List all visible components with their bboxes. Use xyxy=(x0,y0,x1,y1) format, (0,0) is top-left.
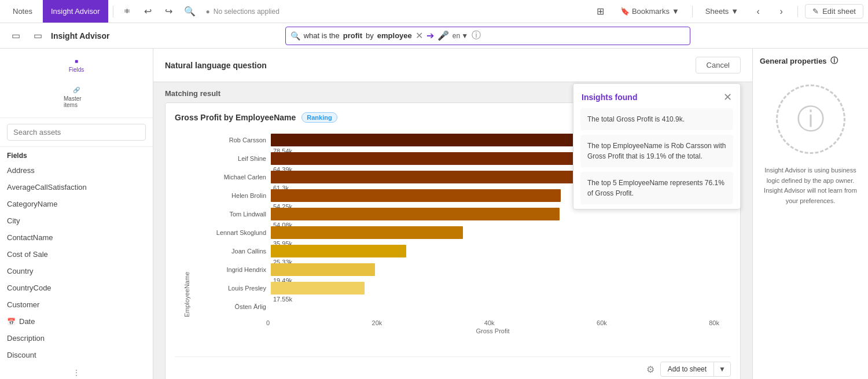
search-employee-text: employee xyxy=(377,31,412,40)
selection-icon[interactable]: ⧧ xyxy=(118,2,137,21)
search-by-text: by xyxy=(366,31,374,40)
sidebar-item-fields[interactable]: ■ Fields xyxy=(61,53,91,78)
sidebar-field-item[interactable]: Description xyxy=(0,330,153,347)
bar-label: Rob Carsson xyxy=(196,137,271,143)
nlq-header: Natural language question Cancel xyxy=(153,49,752,82)
master-items-label: Master items xyxy=(64,95,89,108)
chart-bar-row: Lennart Skoglund 35.95k xyxy=(196,225,719,241)
bar-label: Leif Shine xyxy=(196,155,271,162)
right-panel-description: Insight Advisor is using business logic … xyxy=(760,165,861,206)
insights-close-button[interactable]: ✕ xyxy=(723,91,732,104)
fields-icon: ■ xyxy=(75,58,78,64)
sidebar-field-item[interactable]: Cost of Sale xyxy=(0,246,153,263)
edit-sheet-button[interactable]: ✎ Edit sheet xyxy=(805,4,863,19)
smart-search-icon[interactable]: 🔍 xyxy=(181,2,199,21)
notes-tab[interactable]: Notes xyxy=(5,0,41,23)
help-icon[interactable]: ⓘ xyxy=(830,56,838,66)
prev-sheet-icon[interactable]: ‹ xyxy=(749,2,767,21)
sheets-btn[interactable]: Sheets ▼ xyxy=(700,5,744,18)
sidebar-search xyxy=(0,118,153,147)
fields-section-title: Fields xyxy=(0,147,153,162)
search-icon: 🔍 xyxy=(290,31,300,41)
x-tick: 40k xyxy=(484,319,495,326)
cancel-button[interactable]: Cancel xyxy=(696,57,741,73)
search-bar: 🔍 what is the profit by employee ✕ ➔ 🎤 e… xyxy=(285,27,690,45)
sidebar-field-item[interactable]: Address xyxy=(0,162,153,179)
search-assets-input[interactable] xyxy=(7,124,146,141)
bar-label: Helen Brolin xyxy=(196,192,271,199)
ranking-badge: Ranking xyxy=(301,112,337,123)
panel-toggle-right[interactable]: ▭ xyxy=(29,27,46,45)
x-tick: 80k xyxy=(709,319,719,326)
x-tick: 0 xyxy=(266,319,270,326)
chevron-down-icon-2: ▼ xyxy=(731,7,738,16)
bar-fill xyxy=(271,226,463,239)
language-selector[interactable]: en ▼ xyxy=(453,32,468,40)
sidebar-field-item[interactable]: Country xyxy=(0,263,153,279)
bookmarks-btn[interactable]: 🔖 Bookmarks ▼ xyxy=(615,5,685,18)
sidebar-field-item[interactable]: City xyxy=(0,212,153,229)
sidebar-item-master-items[interactable]: 🔗 Master items xyxy=(61,82,91,113)
sidebar-field-item[interactable]: 📅Date xyxy=(0,313,153,330)
field-label: AverageCallSatisfaction xyxy=(7,183,87,192)
pencil-icon: ✎ xyxy=(812,7,819,16)
master-items-icon: 🔗 xyxy=(73,87,80,93)
bar-fill xyxy=(271,208,560,220)
add-to-sheet-dropdown-button[interactable]: ▼ xyxy=(713,362,730,376)
bookmark-icon: 🔖 xyxy=(620,7,630,16)
sidebar-field-item[interactable]: ContactName xyxy=(0,229,153,246)
sidebar-field-item[interactable]: AverageCallSatisfaction xyxy=(0,179,153,196)
insight-item-3: The top 5 EmployeeName represents 76.1% … xyxy=(580,172,733,204)
next-sheet-icon[interactable]: › xyxy=(772,2,790,21)
microphone-icon[interactable]: 🎤 xyxy=(437,30,449,41)
scroll-indicator: ⋮ xyxy=(0,366,153,379)
field-label: Customer xyxy=(7,300,39,309)
bar-container xyxy=(271,300,719,313)
field-label: Cost of Sale xyxy=(7,250,48,259)
sidebar: ■ Fields 🔗 Master items Fields AddressAv… xyxy=(0,49,153,379)
redo-icon[interactable]: ↪ xyxy=(160,2,178,21)
sidebar-field-item[interactable]: CountryCode xyxy=(0,279,153,296)
sidebar-field-item[interactable]: Customer xyxy=(0,296,153,313)
search-clear-button[interactable]: ✕ xyxy=(415,30,423,41)
insight-advisor-tab[interactable]: Insight Advisor xyxy=(43,0,108,23)
bar-fill xyxy=(271,152,615,165)
bar-fill xyxy=(271,245,406,257)
bar-label: Ingrid Hendrix xyxy=(196,266,271,273)
field-label: CategoryName xyxy=(7,200,57,208)
right-panel: General properties ⓘ ⓘ Insight Advisor i… xyxy=(752,49,868,379)
insight-item-2: The top EmployeeName is Rob Carsson with… xyxy=(580,135,733,167)
panel-toggle-left[interactable]: ▭ xyxy=(7,27,24,45)
topbar: Notes Insight Advisor ⧧ ↩ ↪ 🔍 ● No selec… xyxy=(0,0,868,23)
bar-label: Tom Lindwall xyxy=(196,211,271,218)
chart-bar-row: Louis Presley 17.55k xyxy=(196,280,719,296)
search-query-text: what is the xyxy=(304,31,340,40)
add-to-sheet-main-button[interactable]: Add to sheet xyxy=(661,362,713,376)
undo-icon[interactable]: ↩ xyxy=(139,2,157,21)
chart-footer: ⚙ Add to sheet ▼ xyxy=(175,356,731,377)
insight-item-1: The total Gross Profit is 410.9k. xyxy=(580,108,733,130)
bar-container: 17.55k xyxy=(271,282,719,295)
field-label: ContactName xyxy=(7,233,53,242)
x-tick: 20k xyxy=(372,319,382,326)
topbar-right: ⊞ 🔖 Bookmarks ▼ Sheets ▼ ‹ › ✎ Edit shee… xyxy=(591,2,863,21)
configure-icon[interactable]: ⚙ xyxy=(646,364,654,375)
grid-icon[interactable]: ⊞ xyxy=(591,2,610,21)
search-submit-button[interactable]: ➔ xyxy=(426,30,434,41)
sidebar-field-item[interactable]: Discount xyxy=(0,347,153,363)
sidebar-field-item[interactable]: CategoryName xyxy=(0,196,153,212)
insights-panel: Insights found ✕ The total Gross Profit … xyxy=(573,83,741,209)
field-label: Description xyxy=(7,334,45,343)
bar-fill xyxy=(271,171,598,183)
chart-title: Gross Profit by EmployeeName xyxy=(175,113,296,122)
info-icon[interactable]: ⓘ xyxy=(472,30,481,42)
insights-header: Insights found ✕ xyxy=(573,84,740,108)
calendar-icon: 📅 xyxy=(7,318,16,326)
fields-label: Fields xyxy=(69,67,84,73)
field-label: Discount xyxy=(7,351,36,359)
center-content: Natural language question Cancel Matchin… xyxy=(153,49,752,379)
add-to-sheet-button[interactable]: Add to sheet ▼ xyxy=(660,362,731,377)
bar-label: Östen Ärlig xyxy=(196,303,271,310)
field-label: City xyxy=(7,216,20,225)
no-selections-label: ● No selections applied xyxy=(201,8,284,16)
